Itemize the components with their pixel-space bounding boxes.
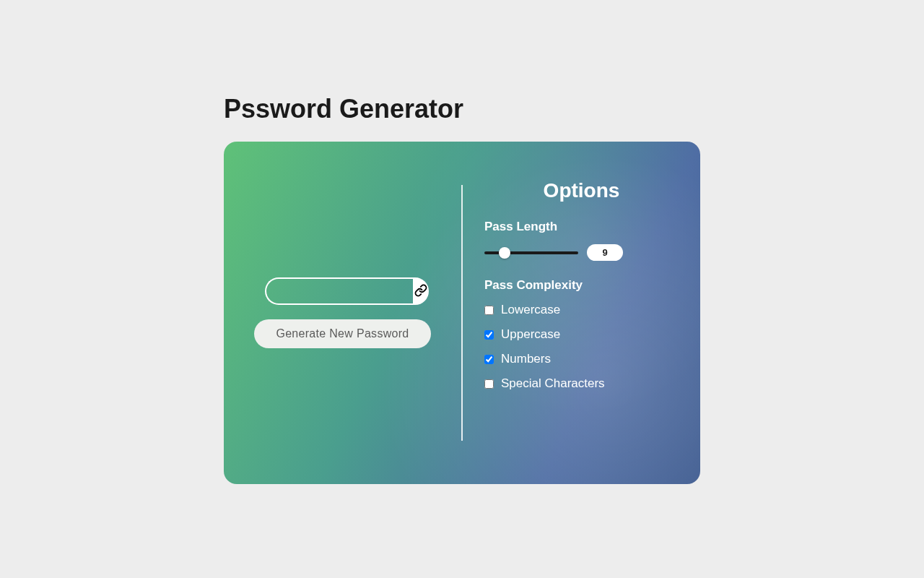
option-uppercase: Uppercase: [484, 327, 679, 342]
label-uppercase: Uppercase: [501, 327, 560, 342]
length-slider[interactable]: [484, 251, 578, 254]
generator-card: Generate New Password Options Pass Lengt…: [224, 142, 700, 484]
generate-button[interactable]: Generate New Password: [254, 319, 430, 348]
page-title: Pssword Generator: [224, 94, 700, 124]
label-lowercase: Lowercase: [501, 303, 560, 317]
complexity-options: Lowercase Uppercase Numbers Special Char…: [484, 303, 679, 391]
label-numbers: Numbers: [501, 352, 551, 366]
copy-button[interactable]: [413, 277, 429, 305]
complexity-label: Pass Complexity: [484, 278, 679, 293]
password-output[interactable]: [265, 277, 413, 305]
option-lowercase: Lowercase: [484, 303, 679, 317]
length-value: 9: [587, 244, 623, 261]
output-panel: Generate New Password: [224, 142, 461, 484]
options-panel: Options Pass Length 9 Pass Complexity Lo…: [463, 142, 700, 484]
options-heading: Options: [484, 179, 679, 202]
checkbox-uppercase[interactable]: [484, 330, 494, 340]
option-special: Special Characters: [484, 376, 679, 391]
length-controls: 9: [484, 244, 679, 261]
link-icon: [414, 284, 427, 299]
option-numbers: Numbers: [484, 352, 679, 366]
checkbox-special[interactable]: [484, 379, 494, 389]
checkbox-numbers[interactable]: [484, 355, 494, 364]
password-input-group: [265, 277, 420, 305]
checkbox-lowercase[interactable]: [484, 306, 494, 315]
label-special: Special Characters: [501, 376, 605, 391]
app-container: Pssword Generator Generate New Password …: [224, 94, 700, 484]
length-label: Pass Length: [484, 220, 679, 234]
